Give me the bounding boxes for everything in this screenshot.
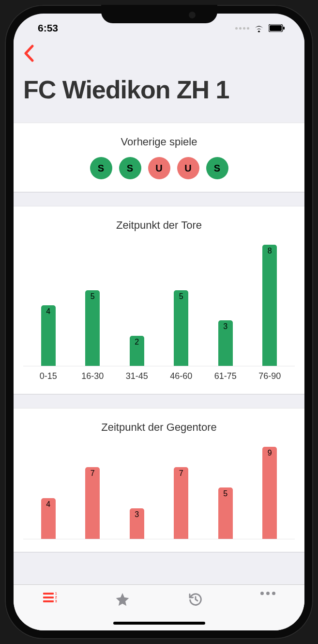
bar-value: 4 [46,307,50,316]
svg-rect-1 [270,25,282,31]
bar-value: 2 [135,338,139,346]
history-icon [188,592,203,607]
notch [101,5,217,23]
chart-bar: 7 [85,467,100,539]
xaxis-label: 31-45 [115,371,159,381]
conceded-chart: 473759 [23,442,295,539]
bar-wrap: 4 [26,442,71,539]
xaxis-label: 16-30 [71,371,115,381]
goals-chart-title: Zeitpunkt der Tore [23,219,295,232]
xaxis-label: 0-15 [26,371,71,381]
conceded-chart-title: Zeitpunkt der Gegentore [23,421,295,434]
tab-favorites[interactable] [86,592,159,607]
result-badge: S [90,157,112,179]
phone-frame: 6:53 FC Wiedikon ZH 1 Vorherige spiele S… [5,5,313,639]
bar-value: 9 [268,449,272,457]
bar-wrap: 7 [71,442,115,539]
tab-more[interactable] [232,592,304,595]
status-indicators [235,24,285,32]
chart-bar: 4 [41,498,56,539]
status-time: 6:53 [38,22,58,34]
battery-icon [269,24,285,32]
bar-value: 3 [135,510,139,519]
previous-games-card: Vorherige spiele SSUUS [14,123,304,192]
svg-rect-2 [283,27,285,30]
result-badge: U [177,157,199,179]
bar-value: 7 [91,469,95,478]
chevron-left-icon [23,45,34,62]
bar-value: 5 [223,489,227,498]
bar-value: 3 [223,322,227,331]
chart-bar: 3 [218,320,233,366]
bar-value: 8 [268,247,272,255]
header: FC Wiedikon ZH 1 [14,38,304,109]
chart-bar: 4 [41,305,56,366]
bar-wrap: 8 [248,240,292,366]
bar-wrap: 5 [71,240,115,366]
conceded-chart-card: Zeitpunkt der Gegentore 473759 0-1516-30… [14,408,304,552]
result-badge: U [148,157,170,179]
result-badge: S [206,157,228,179]
home-indicator[interactable] [113,622,205,625]
result-badges: SSUUS [23,157,295,179]
wifi-icon [253,24,265,32]
content[interactable]: Vorherige spiele SSUUS Zeitpunkt der Tor… [14,109,304,584]
star-icon [115,592,130,607]
xaxis-label: 61-75 [203,371,248,381]
page-title: FC Wiedikon ZH 1 [23,75,295,104]
bar-wrap: 7 [159,442,204,539]
tab-standings[interactable]: 123 [14,592,86,603]
chart-bar: 5 [174,290,188,366]
bar-value: 5 [179,292,183,301]
bar-wrap: 2 [115,240,159,366]
goals-chart: 452538 [23,240,295,366]
bar-value: 5 [91,292,95,301]
chart-bar: 9 [262,447,277,539]
screen: 6:53 FC Wiedikon ZH 1 Vorherige spiele S… [14,14,304,630]
tab-history[interactable] [159,592,232,607]
goals-chart-card: Zeitpunkt der Tore 452538 0-1516-3031-45… [14,206,304,394]
chart-bar: 7 [174,467,188,539]
bar-wrap: 4 [26,240,71,366]
list-icon: 123 [43,592,57,603]
chart-bar: 5 [218,487,233,539]
bar-wrap: 3 [203,240,248,366]
more-icon [260,592,275,595]
chart-bar: 3 [130,508,144,539]
bar-value: 4 [46,500,50,509]
previous-games-title: Vorherige spiele [23,136,295,148]
chart-bar: 2 [130,336,144,366]
result-badge: S [119,157,141,179]
bar-wrap: 5 [203,442,248,539]
chart-bar: 5 [85,290,100,366]
bar-wrap: 9 [248,442,292,539]
bar-value: 7 [179,469,183,478]
cellular-icon [235,27,249,30]
bar-wrap: 3 [115,442,159,539]
bar-wrap: 5 [159,240,204,366]
xaxis-label: 76-90 [248,371,292,381]
goals-chart-xaxis: 0-1516-3031-4546-6061-7576-90 [23,371,295,381]
back-button[interactable] [23,45,295,65]
xaxis-label: 46-60 [159,371,204,381]
chart-bar: 8 [262,245,277,366]
